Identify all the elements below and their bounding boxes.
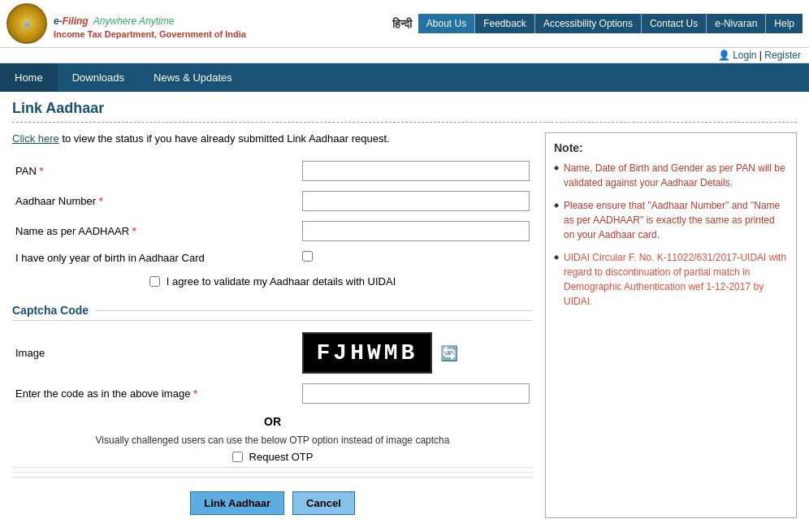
button-row: Link Aadhaar Cancel: [12, 482, 533, 518]
logo-area: 🏛️ e-Filing Anywhere Anytime Income Tax …: [6, 3, 246, 44]
captcha-image: FJHWMB: [302, 332, 433, 374]
yob-checkbox[interactable]: [302, 251, 313, 262]
emblem-icon: 🏛️: [6, 3, 47, 44]
nav-news[interactable]: News & Updates: [139, 63, 247, 92]
captcha-section-header: Captcha Code: [12, 304, 533, 321]
or-divider: OR: [12, 409, 533, 435]
enter-code-row: Enter the code as in the above image *: [12, 378, 533, 409]
divider-1: [12, 467, 533, 468]
feedback-button[interactable]: Feedback: [475, 14, 535, 33]
logo-text-area: e-Filing Anywhere Anytime Income Tax Dep…: [54, 8, 246, 39]
yob-cell: [299, 246, 533, 269]
aadhaar-cell: [299, 186, 533, 216]
pan-row: PAN *: [12, 156, 533, 186]
enter-code-cell: [299, 378, 533, 409]
enivaran-button[interactable]: e-Nivaran: [707, 14, 766, 33]
aadhaar-input[interactable]: [302, 191, 530, 211]
pan-label: PAN *: [12, 156, 299, 186]
refresh-captcha-icon[interactable]: 🔄: [440, 344, 458, 362]
note-item-3: UIDAI Circular F. No. K-11022/631/2017-U…: [554, 250, 788, 309]
captcha-input[interactable]: [302, 383, 530, 404]
aadhaar-row: Aadhaar Number *: [12, 186, 533, 216]
otp-row: Request OTP: [12, 451, 533, 463]
name-cell: [299, 216, 533, 246]
page-title: Link Aadhaar: [12, 100, 797, 123]
tagline: Anywhere Anytime: [93, 15, 175, 27]
captcha-section-label: Captcha Code: [12, 304, 89, 317]
login-bar: 👤 Login | Register: [0, 48, 809, 63]
about-us-button[interactable]: About Us: [418, 14, 475, 33]
top-nav-buttons: About Us Feedback Accessibility Options …: [418, 14, 803, 33]
note-title: Note:: [554, 141, 788, 154]
click-here-notice: Click here to view the status if you hav…: [12, 132, 533, 145]
register-link[interactable]: Register: [764, 50, 801, 61]
login-icon: 👤: [718, 50, 730, 61]
form-area: Click here to view the status if you hav…: [12, 132, 533, 518]
divider-3: [12, 477, 533, 478]
note-item-1: Name, Date of Birth and Gender as per PA…: [554, 161, 788, 190]
top-right-area: हिन्दी About Us Feedback Accessibility O…: [392, 14, 803, 33]
captcha-row: FJHWMB 🔄: [302, 332, 530, 374]
request-otp-label: Request OTP: [249, 451, 314, 463]
site-title: e-Filing Anywhere Anytime: [54, 8, 246, 29]
name-label: Name as per AADHAAR *: [12, 216, 299, 246]
help-button[interactable]: Help: [766, 14, 803, 33]
captcha-image-cell: FJHWMB 🔄: [299, 327, 533, 378]
link-aadhaar-button[interactable]: Link Aadhaar: [190, 491, 284, 515]
yob-row: I have only year of birth in Aadhaar Car…: [12, 246, 533, 269]
agree-row: I agree to validate my Aadhaar details w…: [12, 269, 533, 294]
request-otp-checkbox[interactable]: [232, 452, 243, 462]
enter-code-label: Enter the code as in the above image *: [12, 378, 299, 409]
note-item-2: Please ensure that "Aadhaar Number" and …: [554, 198, 788, 242]
top-bar: 🏛️ e-Filing Anywhere Anytime Income Tax …: [0, 0, 809, 48]
captcha-image-row: Image FJHWMB 🔄: [12, 327, 533, 378]
captcha-image-label: Image: [12, 327, 299, 378]
nav-home[interactable]: Home: [0, 63, 58, 92]
name-input[interactable]: [302, 221, 530, 241]
accessibility-button[interactable]: Accessibility Options: [535, 14, 642, 33]
agree-label: I agree to validate my Aadhaar details w…: [167, 275, 396, 288]
logo-subtitle: Income Tax Department, Government of Ind…: [54, 29, 246, 39]
contact-us-button[interactable]: Contact Us: [642, 14, 707, 33]
content-row: Click here to view the status if you hav…: [12, 132, 797, 518]
name-row: Name as per AADHAAR *: [12, 216, 533, 246]
pan-input[interactable]: [302, 161, 530, 181]
captcha-table: Image FJHWMB 🔄 Enter the code as in the …: [12, 327, 533, 409]
note-list: Name, Date of Birth and Gender as per PA…: [554, 161, 788, 309]
aadhaar-label: Aadhaar Number *: [12, 186, 299, 216]
click-here-suffix: to view the status if you have already s…: [59, 132, 390, 145]
nav-downloads[interactable]: Downloads: [58, 63, 139, 92]
click-here-link[interactable]: Click here: [12, 132, 59, 145]
form-table: PAN * Aadhaar Number *: [12, 156, 533, 269]
login-link[interactable]: Login: [733, 50, 756, 61]
cancel-button[interactable]: Cancel: [292, 491, 355, 515]
agree-checkbox[interactable]: [149, 276, 160, 287]
page-content: Link Aadhaar Click here to view the stat…: [0, 92, 809, 526]
pan-cell: [299, 156, 533, 186]
main-nav: Home Downloads News & Updates: [0, 63, 809, 92]
note-panel: Note: Name, Date of Birth and Gender as …: [545, 132, 797, 518]
divider-2: [12, 472, 533, 473]
lang-button[interactable]: हिन्दी: [392, 17, 412, 31]
otp-message: Visually challenged users can use the be…: [12, 435, 533, 446]
yob-label: I have only year of birth in Aadhaar Car…: [12, 246, 299, 269]
